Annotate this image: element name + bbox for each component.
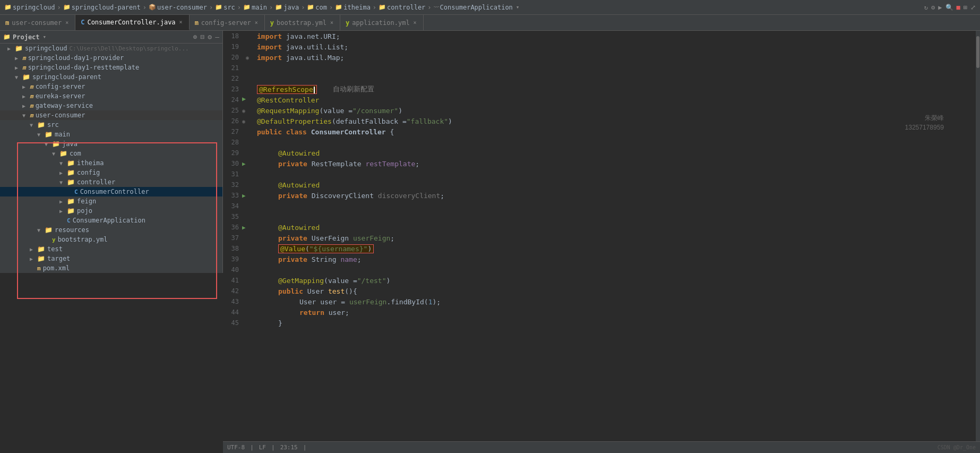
scrollbar-vertical[interactable] xyxy=(976,31,980,441)
fold-icon-20[interactable]: ◉ xyxy=(246,55,249,61)
project-dropdown-icon[interactable]: ▾ xyxy=(43,33,47,40)
tree-item-day1-resttemplate[interactable]: ▶ m springcloud-day1-resttemplate xyxy=(0,63,222,72)
tree-item-main[interactable]: ▼ 📁 main xyxy=(0,130,222,139)
tree-label-test: test xyxy=(47,245,63,253)
breadcrumb-class[interactable]: ConsumerApplication xyxy=(440,4,513,11)
refresh-scope-annotation: @RefreshScope xyxy=(257,85,317,94)
line-num-23: 23 xyxy=(223,84,242,95)
code-line-30: private RestTemplate restTemplate; xyxy=(257,158,972,169)
tree-item-bootstrap-yml[interactable]: y bootstrap.yml xyxy=(0,235,222,244)
tab-close-config-server[interactable]: × xyxy=(254,19,259,26)
comment-zh-23: 自动刷新配置 xyxy=(333,84,374,94)
breadcrumb-springcloud[interactable]: springcloud xyxy=(13,4,55,11)
code-line-36: @Autowired xyxy=(257,222,972,233)
layout-icon[interactable]: ⊞ xyxy=(964,4,967,11)
gutter-36: ▶ xyxy=(242,222,253,233)
code-line-40 xyxy=(257,264,972,275)
line-num-29: 29 xyxy=(223,148,242,158)
tree-label-pojo: pojo xyxy=(77,207,92,215)
breadcrumb-com[interactable]: com xyxy=(315,4,327,11)
tree-item-springcloud[interactable]: ▶ 📁 springcloud C:\Users\Dell\Desktop\sp… xyxy=(0,44,222,53)
breadcrumb-itheima[interactable]: itheima xyxy=(343,4,371,11)
code-line-27: public class ConsumerController { xyxy=(257,126,972,137)
tab-close-application[interactable]: × xyxy=(412,19,418,26)
breadcrumb-java[interactable]: java xyxy=(283,4,299,11)
breadcrumb-src[interactable]: src xyxy=(223,4,235,11)
code-line-45: } xyxy=(257,318,972,328)
gear-icon[interactable]: ⚙ xyxy=(208,33,212,41)
breadcrumb-controller[interactable]: controller xyxy=(387,4,425,11)
tab-close-user-consumer[interactable]: × xyxy=(64,19,70,26)
tab-consumer-controller[interactable]: C ConsumerController.java × xyxy=(75,15,189,30)
tab-close-consumer-controller[interactable]: × xyxy=(178,19,184,25)
refresh-icon[interactable]: ↻ xyxy=(924,4,928,11)
build-icon[interactable]: ⚙ xyxy=(931,4,935,11)
tree-item-resources[interactable]: ▼ 📁 resources xyxy=(0,225,222,235)
tree-item-config[interactable]: ▶ 📁 config xyxy=(0,168,222,177)
collapse-icon[interactable]: ⊟ xyxy=(201,33,205,41)
gutter-33: ▶ xyxy=(242,190,253,201)
tab-user-consumer[interactable]: m user-consumer × xyxy=(0,15,75,30)
breadcrumb-main[interactable]: main xyxy=(252,4,267,11)
hide-icon[interactable]: – xyxy=(215,33,219,41)
tree-item-feign[interactable]: ▶ 📁 feign xyxy=(0,196,222,206)
tree-item-test[interactable]: ▶ 📁 test xyxy=(0,244,222,254)
stop-icon[interactable]: ■ xyxy=(957,4,960,11)
breadcrumb-parent[interactable]: springcloud-parent xyxy=(72,4,141,11)
folder-icon-resources: 📁 xyxy=(45,226,53,234)
tab-module-icon: m xyxy=(5,19,9,27)
tree-item-src[interactable]: ▼ 📁 src xyxy=(0,120,222,130)
folder-icon-controller: 📁 xyxy=(67,178,75,186)
run-gutter-icon-24[interactable]: ▶ xyxy=(242,95,246,102)
scrollbar-thumb[interactable] xyxy=(976,36,979,68)
gutter-22 xyxy=(242,73,253,84)
tree-item-pojo[interactable]: ▶ 📁 pojo xyxy=(0,206,222,216)
gutter-45 xyxy=(242,318,253,328)
folder-icon-src: 📁 xyxy=(37,121,45,129)
tab-config-server[interactable]: m config-server × xyxy=(190,15,265,30)
code-line-18: import java.net.URI; xyxy=(257,31,972,41)
tree-item-pom-xml[interactable]: m pom.xml xyxy=(0,263,222,273)
deploy-icon[interactable]: ▶ xyxy=(938,4,942,11)
locate-icon[interactable]: ⊕ xyxy=(193,33,197,41)
tree-item-config-server[interactable]: ▶ m config-server xyxy=(0,82,222,91)
gutter-24: ▶ xyxy=(242,95,253,105)
tab-close-bootstrap[interactable]: × xyxy=(329,19,334,26)
run-gutter-icon-33[interactable]: ▶ xyxy=(242,192,246,199)
tab-bootstrap[interactable]: y bootstrap.yml × xyxy=(265,15,340,30)
tree-item-day1-provider[interactable]: ▶ m springcloud-day1-provider xyxy=(0,53,222,63)
code-editor[interactable]: import java.net.URI; import java.util.Li… xyxy=(253,31,976,441)
tree-item-controller[interactable]: ▼ 📁 controller xyxy=(0,177,222,187)
status-bar: UTF-8 | LF | 23:15 | CSDN @Dr_One xyxy=(223,441,980,453)
tree-item-consumer-controller[interactable]: C ConsumerController xyxy=(0,187,222,196)
search-icon[interactable]: 🔍 xyxy=(945,4,953,11)
arrow-resources: ▼ xyxy=(37,227,45,233)
line-num-40: 40 xyxy=(223,264,242,275)
line-num-44: 44 xyxy=(223,307,242,318)
breadcrumb-consumer[interactable]: user-consumer xyxy=(157,4,207,11)
tree-item-gateway-service[interactable]: ▶ m gateway-service xyxy=(0,101,222,110)
run-gutter-icon-30[interactable]: ▶ xyxy=(242,160,246,167)
tree-item-target[interactable]: ▶ 📁 target xyxy=(0,254,222,263)
arrow-eureka-server: ▶ xyxy=(22,93,30,99)
gutter-29 xyxy=(242,148,253,158)
folder-icon-ctrl: 📁 xyxy=(379,4,386,11)
expand-icon[interactable]: ⤢ xyxy=(970,4,976,11)
tree-item-springcloud-parent[interactable]: ▼ 📁 springcloud-parent xyxy=(0,72,222,82)
tree-item-consumer-application[interactable]: C ConsumerApplication xyxy=(0,216,222,225)
module-icon-gateway: m xyxy=(30,102,33,109)
gutter-column: ◉ ▶ ◉ ◉ ▶ xyxy=(242,31,253,441)
run-gutter-icon-36[interactable]: ▶ xyxy=(242,224,246,231)
tree-item-itheima[interactable]: ▼ 📁 itheima xyxy=(0,158,222,168)
tree-item-com[interactable]: ▼ 📁 com xyxy=(0,149,222,158)
tree-item-user-consumer[interactable]: ▼ m user-consumer xyxy=(0,110,222,120)
tree-item-java[interactable]: ▼ 📁 java xyxy=(0,139,222,149)
tab-application[interactable]: y application.yml × xyxy=(340,15,424,30)
arrow-test: ▶ xyxy=(30,246,37,252)
code-line-23: @RefreshScope 自动刷新配置 xyxy=(257,84,972,95)
arrow-consumer-app xyxy=(59,218,67,224)
tree-item-eureka-server[interactable]: ▶ m eureka-server xyxy=(0,91,222,101)
arrow-itheima: ▼ xyxy=(59,160,67,166)
gutter-38 xyxy=(242,243,253,254)
code-line-25: @RequestMapping(value = "/consumer") xyxy=(257,105,972,116)
